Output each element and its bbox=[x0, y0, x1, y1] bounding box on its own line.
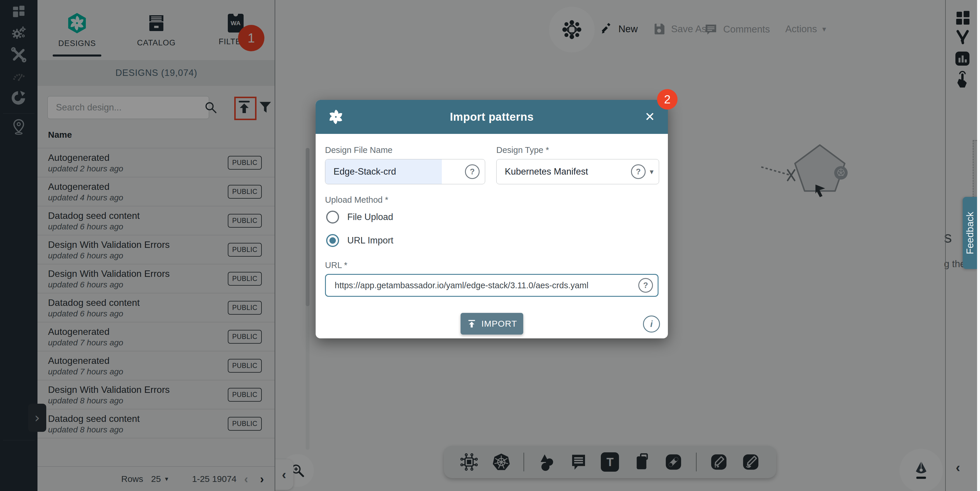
close-icon[interactable]: ✕ bbox=[645, 111, 655, 123]
design-type-value: Kubernetes Manifest bbox=[496, 166, 631, 177]
modal-header: Import patterns ✕ bbox=[316, 100, 668, 134]
design-file-name-field[interactable]: Edge-Stack-crd ? bbox=[325, 159, 485, 184]
radio-file-upload[interactable]: File Upload bbox=[326, 210, 393, 223]
browser-scrollbar[interactable] bbox=[977, 0, 980, 491]
import-button[interactable]: IMPORT bbox=[461, 313, 523, 335]
feedback-label: Feedback bbox=[964, 212, 975, 254]
design-type-select[interactable]: Kubernetes Manifest ? ▾ bbox=[496, 159, 659, 184]
design-file-name-label: Design File Name bbox=[325, 145, 485, 155]
import-patterns-modal: Import patterns ✕ Design File Name Edge-… bbox=[316, 100, 668, 338]
design-type-group: Design Type * Kubernetes Manifest ? ▾ bbox=[496, 145, 659, 184]
radio-url-import[interactable]: URL Import bbox=[326, 234, 393, 247]
design-file-name-group: Design File Name Edge-Stack-crd ? bbox=[325, 145, 485, 184]
url-input[interactable]: https://app.getambassador.io/yaml/edge-s… bbox=[325, 274, 659, 297]
help-icon[interactable]: ? bbox=[638, 278, 653, 293]
info-icon[interactable]: i bbox=[643, 316, 660, 333]
radio-icon bbox=[326, 210, 339, 223]
chevron-down-icon: ▾ bbox=[650, 167, 654, 176]
import-button-label: IMPORT bbox=[481, 319, 517, 329]
design-file-name-value: Edge-Stack-crd bbox=[325, 166, 465, 177]
feedback-tab[interactable]: Feedback bbox=[963, 197, 977, 269]
help-icon[interactable]: ? bbox=[631, 164, 646, 179]
radio-file-upload-label: File Upload bbox=[347, 212, 393, 222]
annotation-step-2: 2 bbox=[657, 89, 678, 110]
radio-url-import-label: URL Import bbox=[347, 235, 393, 246]
help-icon[interactable]: ? bbox=[465, 164, 480, 179]
modal-title: Import patterns bbox=[316, 111, 668, 123]
upload-icon bbox=[467, 319, 477, 329]
design-type-label: Design Type * bbox=[496, 145, 659, 155]
url-value: https://app.getambassador.io/yaml/edge-s… bbox=[326, 281, 638, 290]
url-label: URL * bbox=[325, 260, 347, 270]
upload-method-label: Upload Method * bbox=[325, 195, 388, 205]
radio-icon bbox=[326, 234, 339, 247]
